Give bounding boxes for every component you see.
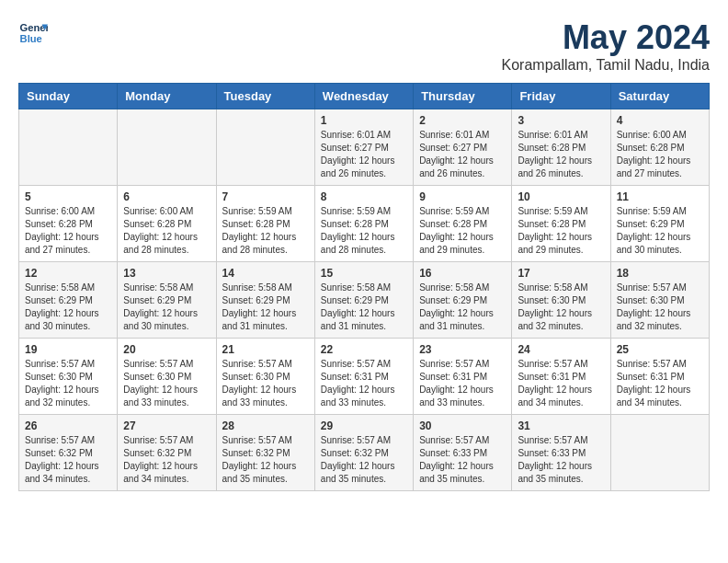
calendar-day-cell: 23Sunrise: 5:57 AMSunset: 6:31 PMDayligh… <box>414 339 512 415</box>
day-number: 2 <box>419 114 506 127</box>
calendar-day-cell: 1Sunrise: 6:01 AMSunset: 6:27 PMDaylight… <box>314 109 413 186</box>
calendar-day-cell: 11Sunrise: 5:59 AMSunset: 6:29 PMDayligh… <box>610 186 709 262</box>
day-info: Sunrise: 5:58 AMSunset: 6:29 PMDaylight:… <box>25 282 111 333</box>
day-info: Sunrise: 6:00 AMSunset: 6:28 PMDaylight:… <box>25 205 111 257</box>
day-number: 3 <box>518 114 604 127</box>
calendar-day-cell: 26Sunrise: 5:57 AMSunset: 6:32 PMDayligh… <box>19 415 118 491</box>
day-info: Sunrise: 5:58 AMSunset: 6:29 PMDaylight:… <box>321 282 407 333</box>
weekday-header-row: SundayMondayTuesdayWednesdayThursdayFrid… <box>19 84 710 109</box>
calendar-day-cell: 28Sunrise: 5:57 AMSunset: 6:32 PMDayligh… <box>216 415 314 491</box>
weekday-header-cell: Thursday <box>414 84 512 109</box>
day-number: 21 <box>222 343 309 356</box>
svg-text:Blue: Blue <box>20 33 42 44</box>
weekday-header-cell: Friday <box>512 84 610 109</box>
day-info: Sunrise: 5:57 AMSunset: 6:33 PMDaylight:… <box>419 434 506 486</box>
day-number: 4 <box>617 114 703 127</box>
day-number: 12 <box>25 267 111 280</box>
day-number: 16 <box>419 267 506 280</box>
day-number: 15 <box>321 267 407 280</box>
day-number: 18 <box>617 267 703 280</box>
calendar-day-cell: 7Sunrise: 5:59 AMSunset: 6:28 PMDaylight… <box>216 186 314 262</box>
calendar-day-cell: 6Sunrise: 6:00 AMSunset: 6:28 PMDaylight… <box>118 186 216 262</box>
day-info: Sunrise: 5:57 AMSunset: 6:30 PMDaylight:… <box>222 358 309 409</box>
day-number: 1 <box>321 114 407 127</box>
day-info: Sunrise: 5:59 AMSunset: 6:28 PMDaylight:… <box>321 205 407 257</box>
calendar-day-cell: 18Sunrise: 5:57 AMSunset: 6:30 PMDayligh… <box>610 262 709 339</box>
day-number: 19 <box>25 343 111 356</box>
calendar-day-cell <box>19 109 118 186</box>
day-info: Sunrise: 5:57 AMSunset: 6:32 PMDaylight:… <box>321 434 407 486</box>
day-info: Sunrise: 5:57 AMSunset: 6:33 PMDaylight:… <box>518 434 604 486</box>
day-number: 31 <box>518 419 604 432</box>
weekday-header-cell: Monday <box>118 84 216 109</box>
day-info: Sunrise: 6:01 AMSunset: 6:27 PMDaylight:… <box>321 129 407 180</box>
calendar-day-cell: 16Sunrise: 5:58 AMSunset: 6:29 PMDayligh… <box>414 262 512 339</box>
calendar-day-cell: 13Sunrise: 5:58 AMSunset: 6:29 PMDayligh… <box>118 262 216 339</box>
calendar-week-row: 5Sunrise: 6:00 AMSunset: 6:28 PMDaylight… <box>19 186 710 262</box>
calendar-day-cell: 10Sunrise: 5:59 AMSunset: 6:28 PMDayligh… <box>512 186 610 262</box>
weekday-header-cell: Saturday <box>610 84 709 109</box>
weekday-header-cell: Tuesday <box>216 84 314 109</box>
month-year-title: May 2024 <box>502 18 710 57</box>
day-info: Sunrise: 5:59 AMSunset: 6:28 PMDaylight:… <box>419 205 506 257</box>
day-number: 28 <box>222 419 309 432</box>
calendar-day-cell: 3Sunrise: 6:01 AMSunset: 6:28 PMDaylight… <box>512 109 610 186</box>
calendar-table: SundayMondayTuesdayWednesdayThursdayFrid… <box>18 83 710 491</box>
day-number: 26 <box>25 419 111 432</box>
day-number: 7 <box>222 190 309 203</box>
day-number: 6 <box>123 190 210 203</box>
day-number: 24 <box>518 343 604 356</box>
day-info: Sunrise: 5:58 AMSunset: 6:29 PMDaylight:… <box>419 282 506 333</box>
calendar-day-cell: 14Sunrise: 5:58 AMSunset: 6:29 PMDayligh… <box>216 262 314 339</box>
day-number: 23 <box>419 343 506 356</box>
day-number: 20 <box>123 343 210 356</box>
calendar-day-cell: 24Sunrise: 5:57 AMSunset: 6:31 PMDayligh… <box>512 339 610 415</box>
calendar-week-row: 12Sunrise: 5:58 AMSunset: 6:29 PMDayligh… <box>19 262 710 339</box>
calendar-day-cell <box>216 109 314 186</box>
calendar-day-cell: 31Sunrise: 5:57 AMSunset: 6:33 PMDayligh… <box>512 415 610 491</box>
calendar-week-row: 19Sunrise: 5:57 AMSunset: 6:30 PMDayligh… <box>19 339 710 415</box>
calendar-day-cell: 9Sunrise: 5:59 AMSunset: 6:28 PMDaylight… <box>414 186 512 262</box>
day-number: 29 <box>321 419 407 432</box>
weekday-header-cell: Wednesday <box>314 84 413 109</box>
day-number: 13 <box>123 267 210 280</box>
calendar-day-cell <box>610 415 709 491</box>
day-number: 11 <box>617 190 703 203</box>
calendar-day-cell: 4Sunrise: 6:00 AMSunset: 6:28 PMDaylight… <box>610 109 709 186</box>
calendar-day-cell: 12Sunrise: 5:58 AMSunset: 6:29 PMDayligh… <box>19 262 118 339</box>
page-header: General Blue May 2024 Korampallam, Tamil… <box>18 18 710 74</box>
weekday-header-cell: Sunday <box>19 84 118 109</box>
day-info: Sunrise: 5:57 AMSunset: 6:32 PMDaylight:… <box>123 434 210 486</box>
day-info: Sunrise: 5:57 AMSunset: 6:31 PMDaylight:… <box>518 358 604 409</box>
day-info: Sunrise: 6:01 AMSunset: 6:27 PMDaylight:… <box>419 129 506 180</box>
calendar-week-row: 1Sunrise: 6:01 AMSunset: 6:27 PMDaylight… <box>19 109 710 186</box>
day-info: Sunrise: 5:57 AMSunset: 6:31 PMDaylight:… <box>419 358 506 409</box>
svg-text:General: General <box>20 22 48 33</box>
calendar-day-cell: 25Sunrise: 5:57 AMSunset: 6:31 PMDayligh… <box>610 339 709 415</box>
calendar-day-cell: 22Sunrise: 5:57 AMSunset: 6:31 PMDayligh… <box>314 339 413 415</box>
calendar-day-cell: 27Sunrise: 5:57 AMSunset: 6:32 PMDayligh… <box>118 415 216 491</box>
day-info: Sunrise: 5:57 AMSunset: 6:31 PMDaylight:… <box>617 358 703 409</box>
day-number: 5 <box>25 190 111 203</box>
day-info: Sunrise: 5:59 AMSunset: 6:29 PMDaylight:… <box>617 205 703 257</box>
day-info: Sunrise: 5:57 AMSunset: 6:32 PMDaylight:… <box>25 434 111 486</box>
calendar-day-cell: 21Sunrise: 5:57 AMSunset: 6:30 PMDayligh… <box>216 339 314 415</box>
calendar-day-cell: 2Sunrise: 6:01 AMSunset: 6:27 PMDaylight… <box>414 109 512 186</box>
day-info: Sunrise: 5:58 AMSunset: 6:29 PMDaylight:… <box>123 282 210 333</box>
day-info: Sunrise: 5:57 AMSunset: 6:30 PMDaylight:… <box>25 358 111 409</box>
calendar-day-cell: 5Sunrise: 6:00 AMSunset: 6:28 PMDaylight… <box>19 186 118 262</box>
day-number: 30 <box>419 419 506 432</box>
day-info: Sunrise: 5:57 AMSunset: 6:32 PMDaylight:… <box>222 434 309 486</box>
day-info: Sunrise: 5:59 AMSunset: 6:28 PMDaylight:… <box>518 205 604 257</box>
day-info: Sunrise: 6:00 AMSunset: 6:28 PMDaylight:… <box>617 129 703 180</box>
day-number: 22 <box>321 343 407 356</box>
day-number: 10 <box>518 190 604 203</box>
calendar-day-cell: 20Sunrise: 5:57 AMSunset: 6:30 PMDayligh… <box>118 339 216 415</box>
location-subtitle: Korampallam, Tamil Nadu, India <box>502 57 710 74</box>
day-info: Sunrise: 6:01 AMSunset: 6:28 PMDaylight:… <box>518 129 604 180</box>
calendar-body: 1Sunrise: 6:01 AMSunset: 6:27 PMDaylight… <box>19 109 710 491</box>
calendar-day-cell: 17Sunrise: 5:58 AMSunset: 6:30 PMDayligh… <box>512 262 610 339</box>
day-info: Sunrise: 6:00 AMSunset: 6:28 PMDaylight:… <box>123 205 210 257</box>
calendar-day-cell: 19Sunrise: 5:57 AMSunset: 6:30 PMDayligh… <box>19 339 118 415</box>
calendar-day-cell: 29Sunrise: 5:57 AMSunset: 6:32 PMDayligh… <box>314 415 413 491</box>
